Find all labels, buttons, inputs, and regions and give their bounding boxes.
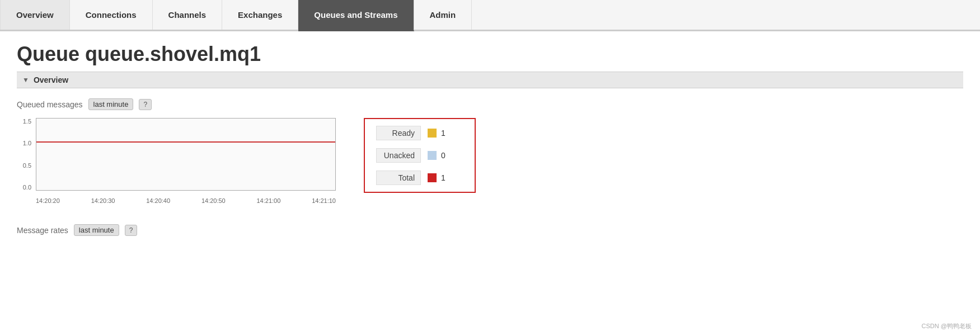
stat-label-ready: Ready	[376, 126, 421, 140]
chart-container: 1.5 1.0 0.5 0.0 14:20:20 14:20:30 14:20:…	[17, 118, 336, 207]
nav-item-queues-and-streams[interactable]: Queues and Streams	[298, 0, 414, 31]
chart-inner	[36, 118, 336, 191]
rates-label: Message rates	[17, 226, 68, 235]
y-label-4: 0.0	[23, 184, 31, 191]
nav-item-overview[interactable]: Overview	[0, 0, 70, 30]
page-title-prefix: Queue	[17, 42, 85, 65]
nav-item-connections[interactable]: Connections	[70, 0, 153, 30]
y-label-2: 1.0	[23, 140, 31, 146]
rates-help-button[interactable]: ?	[125, 225, 138, 236]
y-label-3: 0.5	[23, 162, 31, 169]
nav-item-admin[interactable]: Admin	[414, 0, 472, 30]
stat-color-total	[428, 173, 437, 182]
stat-value-unacked: 0	[441, 151, 446, 160]
stat-color-ready	[428, 129, 437, 138]
x-label-1: 14:20:20	[36, 197, 60, 204]
stats-box: Ready 1 Unacked 0 Total 1	[364, 118, 476, 193]
stat-color-unacked	[428, 151, 437, 160]
chart-line-ready	[36, 141, 335, 143]
chart-x-labels: 14:20:20 14:20:30 14:20:40 14:20:50 14:2…	[36, 194, 336, 207]
x-label-4: 14:20:50	[201, 197, 226, 204]
overview-section-label: Overview	[34, 75, 68, 84]
stat-value-ready: 1	[441, 129, 446, 138]
queued-messages-row: Queued messages last minute ?	[17, 98, 963, 110]
y-label-1: 1.5	[23, 118, 31, 125]
stat-label-total: Total	[376, 171, 421, 185]
overview-section-header[interactable]: ▼ Overview	[17, 72, 963, 88]
stat-row-unacked: Unacked 0	[376, 148, 463, 163]
stat-row-total: Total 1	[376, 171, 463, 185]
chart-y-labels: 1.5 1.0 0.5 0.0	[17, 118, 34, 191]
page-title-name: queue.shovel.mq1	[85, 42, 261, 65]
queued-messages-label: Queued messages	[17, 100, 83, 109]
nav-item-exchanges[interactable]: Exchanges	[222, 0, 298, 30]
page-title: Queue queue.shovel.mq1	[17, 42, 963, 66]
queued-messages-help-button[interactable]: ?	[139, 99, 152, 110]
chevron-down-icon: ▼	[22, 76, 29, 84]
x-label-2: 14:20:30	[91, 197, 115, 204]
rates-row: Message rates last minute ?	[17, 224, 963, 236]
chart-wrap: 1.5 1.0 0.5 0.0 14:20:20 14:20:30 14:20:…	[17, 118, 336, 207]
x-label-3: 14:20:40	[146, 197, 170, 204]
x-label-5: 14:21:00	[257, 197, 281, 204]
x-label-6: 14:21:10	[312, 197, 336, 204]
stat-label-unacked: Unacked	[376, 148, 421, 163]
stat-row-ready: Ready 1	[376, 126, 463, 140]
rates-badge[interactable]: last minute	[74, 224, 119, 236]
nav-item-channels[interactable]: Channels	[153, 0, 223, 30]
page-content: Queue queue.shovel.mq1 ▼ Overview Queued…	[0, 31, 980, 255]
chart-and-stats: 1.5 1.0 0.5 0.0 14:20:20 14:20:30 14:20:…	[17, 118, 963, 207]
queued-messages-badge[interactable]: last minute	[88, 98, 134, 110]
stat-value-total: 1	[441, 173, 446, 182]
main-nav: Overview Connections Channels Exchanges …	[0, 0, 980, 31]
